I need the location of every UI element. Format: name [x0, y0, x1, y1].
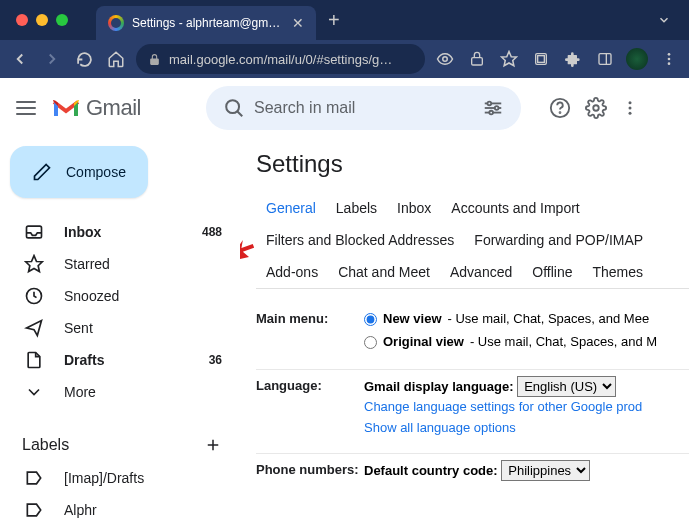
browser-address-bar: mail.google.com/mail/u/0/#settings/g… — [0, 40, 689, 78]
nav-label: More — [64, 384, 96, 400]
setting-label: Main menu: — [256, 309, 364, 355]
nav-reload-button[interactable] — [72, 47, 96, 71]
tab-offline[interactable]: Offline — [522, 256, 582, 288]
inbox-icon — [24, 222, 44, 242]
tab-labels[interactable]: Labels — [326, 192, 387, 224]
compose-label: Compose — [66, 164, 126, 180]
sidepanel-icon[interactable] — [593, 47, 617, 71]
show-all-languages-link[interactable]: Show all language options — [364, 420, 516, 435]
labels-section-header: Labels — [0, 408, 240, 462]
tab-close-icon[interactable]: ✕ — [292, 15, 304, 31]
add-label-button[interactable] — [204, 436, 222, 454]
sidebar-item-sent[interactable]: Sent — [0, 312, 240, 344]
sidebar-item-starred[interactable]: Starred — [0, 248, 240, 280]
compose-button[interactable]: Compose — [10, 146, 148, 198]
tab-chat[interactable]: Chat and Meet — [328, 256, 440, 288]
gmail-logo[interactable]: Gmail — [52, 95, 141, 121]
svg-point-9 — [668, 62, 671, 65]
setting-phone: Phone numbers: Default country code: Phi… — [256, 454, 689, 496]
more-vert-icon[interactable] — [621, 99, 639, 117]
window-maximize-button[interactable] — [56, 14, 68, 26]
nav-label: Sent — [64, 320, 93, 336]
gmail-app: Gmail Compose Inbox 488 — [0, 78, 689, 529]
radio-original-view[interactable] — [364, 336, 377, 349]
svg-point-0 — [443, 57, 448, 62]
chevron-down-icon — [24, 382, 44, 402]
tab-general[interactable]: General — [256, 192, 326, 224]
search-box[interactable] — [206, 86, 521, 130]
main-menu-button[interactable] — [14, 96, 38, 120]
search-input[interactable] — [254, 99, 473, 117]
browser-tab[interactable]: Settings - alphrteam@gmail.c… ✕ — [96, 6, 316, 40]
settings-tabs: General Labels Inbox Accounts and Import… — [256, 192, 689, 289]
nav-label: Snoozed — [64, 288, 119, 304]
setting-label: Phone numbers: — [256, 460, 364, 482]
settings-gear-icon[interactable] — [585, 97, 607, 119]
window-controls — [8, 14, 76, 26]
window-minimize-button[interactable] — [36, 14, 48, 26]
page-title: Settings — [256, 150, 689, 178]
label-item-alphr[interactable]: Alphr — [0, 494, 240, 526]
tab-favicon-icon — [108, 15, 124, 31]
new-tab-button[interactable]: + — [328, 9, 340, 32]
tab-accounts[interactable]: Accounts and Import — [441, 192, 589, 224]
tab-title: Settings - alphrteam@gmail.c… — [132, 16, 284, 30]
tab-filters[interactable]: Filters and Blocked Addresses — [256, 224, 464, 256]
url-input[interactable]: mail.google.com/mail/u/0/#settings/g… — [136, 44, 425, 74]
tab-advanced[interactable]: Advanced — [440, 256, 522, 288]
nav-label: Inbox — [64, 224, 101, 240]
change-language-link[interactable]: Change language settings for other Googl… — [364, 399, 642, 414]
tab-addons[interactable]: Add-ons — [256, 256, 328, 288]
svg-line-11 — [237, 111, 242, 116]
labels-title: Labels — [22, 436, 69, 454]
nav-label: Drafts — [64, 352, 104, 368]
tab-themes[interactable]: Themes — [583, 256, 654, 288]
search-icon[interactable] — [214, 97, 254, 119]
search-options-icon[interactable] — [473, 97, 513, 119]
svg-point-16 — [495, 106, 499, 110]
setting-language: Language: Gmail display language: Englis… — [256, 370, 689, 454]
nav-back-button[interactable] — [8, 47, 32, 71]
radio-desc: - Use mail, Chat, Spaces, and Mee — [448, 309, 650, 330]
svg-point-19 — [559, 112, 560, 113]
setting-label: Language: — [256, 376, 364, 439]
svg-point-15 — [487, 102, 491, 106]
language-select[interactable]: English (US) — [517, 376, 616, 397]
sidebar-item-inbox[interactable]: Inbox 488 — [0, 216, 240, 248]
svg-point-17 — [489, 111, 493, 115]
support-icon[interactable] — [549, 97, 571, 119]
nav-home-button[interactable] — [104, 47, 128, 71]
nav-forward-button[interactable] — [40, 47, 64, 71]
profile-avatar-icon[interactable] — [625, 47, 649, 71]
country-code-label: Default country code: — [364, 463, 498, 478]
file-icon — [24, 350, 44, 370]
sidebar-item-snoozed[interactable]: Snoozed — [0, 280, 240, 312]
window-close-button[interactable] — [16, 14, 28, 26]
country-code-select[interactable]: Philippines — [501, 460, 590, 481]
radio-label: New view — [383, 309, 442, 330]
gmail-header: Gmail — [0, 78, 689, 138]
svg-point-10 — [226, 100, 239, 113]
sidebar-item-drafts[interactable]: Drafts 36 — [0, 344, 240, 376]
svg-marker-25 — [26, 256, 43, 272]
svg-point-8 — [668, 58, 671, 61]
radio-new-view[interactable] — [364, 313, 377, 326]
eye-icon[interactable] — [433, 47, 457, 71]
nav-count: 488 — [202, 225, 222, 239]
tab-inbox[interactable]: Inbox — [387, 192, 441, 224]
tabs-dropdown-icon[interactable] — [657, 13, 671, 27]
send-icon — [24, 318, 44, 338]
nav-count: 36 — [209, 353, 222, 367]
clock-icon — [24, 286, 44, 306]
browser-menu-icon[interactable] — [657, 47, 681, 71]
bookmark-star-icon[interactable] — [497, 47, 521, 71]
svg-point-23 — [628, 112, 631, 115]
reader-icon[interactable] — [529, 47, 553, 71]
tab-forwarding[interactable]: Forwarding and POP/IMAP — [464, 224, 653, 256]
sidebar-item-more[interactable]: More — [0, 376, 240, 408]
label-item-imap-drafts[interactable]: [Imap]/Drafts — [0, 462, 240, 494]
display-language-label: Gmail display language: — [364, 379, 514, 394]
nav-label: Starred — [64, 256, 110, 272]
extensions-icon[interactable] — [561, 47, 585, 71]
share-icon[interactable] — [465, 47, 489, 71]
